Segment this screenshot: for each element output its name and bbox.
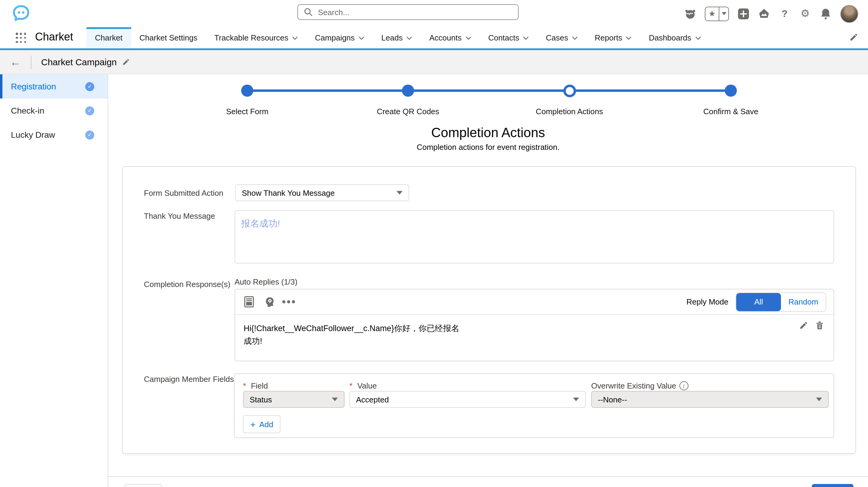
edit-nav-pencil-icon[interactable]: [849, 33, 858, 42]
progress-line: [247, 90, 731, 92]
header-utility-icons: ★ ? ⚙: [684, 0, 868, 27]
chevron-down-icon: [523, 36, 529, 40]
app-launcher-icon[interactable]: [16, 33, 27, 43]
overwrite-column-label: Overwrite Existing Value i: [591, 381, 688, 390]
reply-mode-control: Reply Mode All Random: [686, 292, 826, 312]
global-add-icon[interactable]: [738, 7, 749, 20]
info-icon[interactable]: i: [679, 381, 688, 390]
step-dot-create-qr-codes[interactable]: [402, 85, 414, 97]
auto-reply-text: Hi{!Charket__WeChatFollower__c.Name}你好，你…: [244, 322, 462, 348]
search-input[interactable]: [317, 7, 518, 17]
select-caret-icon: [397, 191, 403, 195]
thank-you-message-textarea[interactable]: 报名成功!: [235, 210, 834, 263]
select-caret-icon: [332, 397, 338, 401]
favorites-caret-icon[interactable]: [719, 7, 728, 20]
sidebar-item-label: Registration: [11, 82, 56, 91]
select-caret-icon: [573, 397, 579, 401]
campaign-member-fields-label: Campaign Member Fields: [144, 375, 234, 384]
app-navigation-bar: Charket Charket Charket Settings Trackab…: [0, 27, 868, 50]
check-circle-icon: ✓: [85, 82, 94, 91]
auto-replies-toolbar: Reply Mode All Random: [235, 289, 834, 315]
sidebar-item-registration[interactable]: Registration ✓: [0, 74, 107, 98]
edit-title-pencil-icon[interactable]: [122, 58, 130, 66]
global-header: ★ ? ⚙: [0, 0, 868, 27]
select-caret-icon: [816, 397, 822, 401]
form-submitted-action-select[interactable]: Show Thank You Message: [235, 184, 409, 201]
tab-reports[interactable]: Reports: [586, 27, 641, 48]
divider: [31, 55, 31, 69]
campaign-member-fields-box: * Field * Value Overwrite Existing Value…: [234, 374, 834, 438]
step-label: Confirm & Save: [676, 107, 785, 116]
step-dot-confirm-save[interactable]: [725, 85, 737, 97]
smart-reply-head-icon[interactable]: [262, 295, 276, 309]
chevron-down-icon: [572, 36, 578, 40]
check-circle-icon: ✓: [85, 130, 94, 139]
tab-accounts[interactable]: Accounts: [421, 27, 479, 48]
trailhead-icon[interactable]: [758, 7, 770, 20]
step-sidebar: Registration ✓ Check-in ✓ Lucky Draw ✓: [0, 74, 108, 487]
thank-you-message-label: Thank You Message: [144, 212, 215, 221]
step-dot-completion-actions[interactable]: [563, 85, 576, 97]
setup-gear-icon[interactable]: ⚙: [799, 7, 811, 20]
form-submitted-action-label: Form Submitted Action: [144, 189, 223, 198]
field-column-label: * Field: [243, 381, 268, 390]
tab-cases[interactable]: Cases: [537, 27, 586, 48]
charket-logo-icon: [11, 4, 30, 23]
sidebar-item-check-in[interactable]: Check-in ✓: [0, 98, 107, 123]
step-dot-select-form[interactable]: [241, 85, 253, 97]
auto-reply-item: Hi{!Charket__WeChatFollower__c.Name}你好，你…: [235, 315, 834, 355]
add-member-field-button[interactable]: + Add: [243, 415, 280, 433]
favorites-star-icon[interactable]: ★: [705, 7, 719, 20]
page-title: Completion Actions: [108, 125, 868, 141]
text-reply-icon[interactable]: [242, 295, 256, 309]
record-title: Charket Campaign: [41, 57, 117, 67]
reply-mode-random-button[interactable]: Random: [781, 293, 826, 311]
tab-leads[interactable]: Leads: [373, 27, 421, 48]
chevron-down-icon: [359, 36, 365, 40]
sidebar-item-label: Check-in: [11, 106, 44, 116]
check-circle-icon: ✓: [85, 106, 94, 115]
delete-reply-trash-icon[interactable]: [815, 321, 824, 330]
tab-trackable-resources[interactable]: Trackable Resources: [206, 27, 306, 48]
tab-dashboards[interactable]: Dashboards: [641, 27, 709, 48]
back-arrow-icon[interactable]: ←: [10, 55, 21, 69]
member-field-select[interactable]: Status: [243, 391, 345, 408]
auto-replies-box: Reply Mode All Random Hi{!Charket__WeCha…: [235, 289, 834, 361]
step-label: Create QR Codes: [353, 107, 462, 116]
global-search: [298, 4, 519, 20]
edit-reply-pencil-icon[interactable]: [799, 321, 808, 330]
reply-mode-toggle: All Random: [736, 292, 826, 312]
chevron-down-icon: [626, 36, 632, 40]
app-screen: ★ ? ⚙ Charket Charket Charket Settings T…: [0, 0, 868, 487]
required-asterisk: *: [243, 381, 246, 390]
completion-responses-label: Completion Response(s): [144, 280, 230, 289]
help-icon[interactable]: ?: [779, 7, 790, 20]
completion-actions-card: Form Submitted Action Show Thank You Mes…: [122, 166, 856, 454]
search-icon: [304, 8, 312, 16]
chevron-down-icon: [695, 36, 701, 40]
chevron-down-icon: [292, 36, 298, 40]
auto-replies-count: Auto Replies (1/3): [235, 277, 298, 286]
member-value-select[interactable]: Accepted: [349, 391, 586, 408]
einstein-mascot-icon[interactable]: [684, 7, 696, 20]
sidebar-item-label: Lucky Draw: [11, 130, 55, 139]
tab-campaigns[interactable]: Campaigns: [306, 27, 373, 48]
required-asterisk: *: [349, 381, 352, 390]
sidebar-item-lucky-draw[interactable]: Lucky Draw ✓: [0, 123, 107, 147]
tab-charket[interactable]: Charket: [87, 27, 131, 48]
plus-icon: +: [250, 420, 256, 429]
reply-mode-all-button[interactable]: All: [736, 293, 781, 311]
more-actions-icon[interactable]: [282, 301, 295, 303]
tab-charket-settings[interactable]: Charket Settings: [131, 27, 206, 48]
page-header-band: ← Charket Campaign: [0, 50, 868, 74]
app-name: Charket: [35, 31, 73, 48]
user-avatar[interactable]: [840, 4, 858, 23]
footer-secondary-button[interactable]: [125, 484, 162, 487]
notifications-bell-icon[interactable]: [819, 7, 832, 20]
main-content: Registration ✓ Check-in ✓ Lucky Draw ✓ S…: [0, 74, 868, 487]
tab-contacts[interactable]: Contacts: [479, 27, 537, 48]
footer-primary-button[interactable]: [812, 484, 854, 487]
member-overwrite-select[interactable]: --None--: [591, 391, 829, 408]
footer-divider: [108, 476, 868, 477]
step-label: Completion Actions: [515, 107, 624, 116]
